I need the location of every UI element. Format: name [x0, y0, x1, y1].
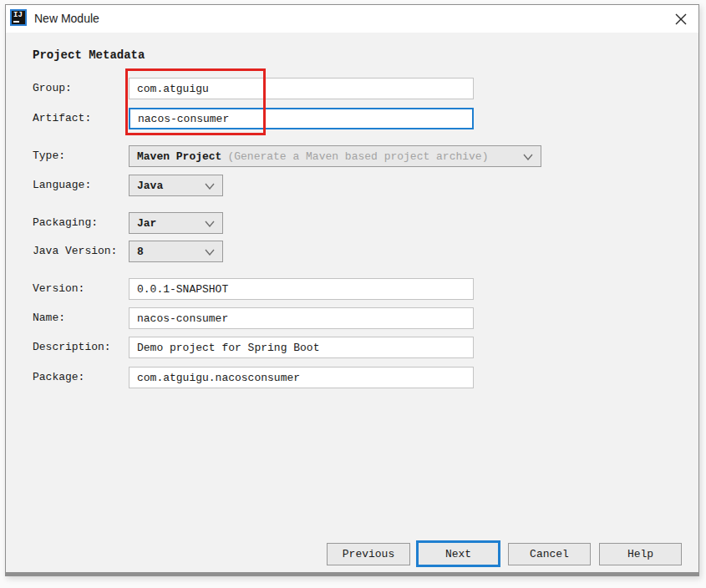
chevron-down-icon [523, 154, 533, 160]
packaging-dropdown-value: Jar [137, 217, 156, 230]
version-label: Version: [33, 278, 84, 300]
group-input[interactable] [129, 78, 474, 99]
language-dropdown[interactable]: Java [129, 175, 223, 196]
type-label: Type: [33, 145, 65, 167]
type-dropdown[interactable]: Maven Project (Generate a Maven based pr… [129, 145, 541, 167]
package-input[interactable] [129, 367, 474, 388]
section-title: Project Metadata [33, 48, 145, 62]
intellij-logo-icon: IJ [10, 9, 27, 26]
previous-button[interactable]: Previous [327, 543, 410, 565]
packaging-label: Packaging: [33, 212, 98, 234]
chevron-down-icon [205, 220, 215, 227]
window-title: New Module [34, 12, 99, 25]
group-label: Group: [33, 78, 72, 99]
language-label: Language: [33, 175, 91, 196]
artifact-label: Artifact: [33, 108, 91, 129]
version-input[interactable] [129, 278, 474, 300]
next-button[interactable]: Next [416, 540, 500, 567]
type-dropdown-value: Maven Project [137, 150, 221, 163]
name-input[interactable] [129, 307, 474, 329]
help-button[interactable]: Help [599, 543, 682, 565]
type-dropdown-hint: (Generate a Maven based project archive) [227, 150, 488, 163]
close-icon[interactable] [673, 12, 688, 27]
language-dropdown-value: Java [137, 180, 163, 192]
cancel-button[interactable]: Cancel [508, 543, 591, 565]
packaging-dropdown[interactable]: Jar [129, 212, 223, 234]
titlebar: IJ New Module [6, 5, 698, 33]
description-input[interactable] [129, 337, 474, 358]
new-module-dialog: IJ New Module Project Metadata Group: Ar… [5, 4, 699, 576]
java-version-label: Java Version: [33, 241, 117, 262]
chevron-down-icon [205, 249, 215, 256]
package-label: Package: [33, 367, 84, 388]
chevron-down-icon [205, 183, 215, 190]
description-label: Description: [33, 337, 111, 358]
java-version-dropdown[interactable]: 8 [129, 241, 223, 262]
name-label: Name: [33, 307, 65, 329]
java-version-dropdown-value: 8 [137, 246, 144, 258]
artifact-input[interactable] [129, 108, 474, 129]
